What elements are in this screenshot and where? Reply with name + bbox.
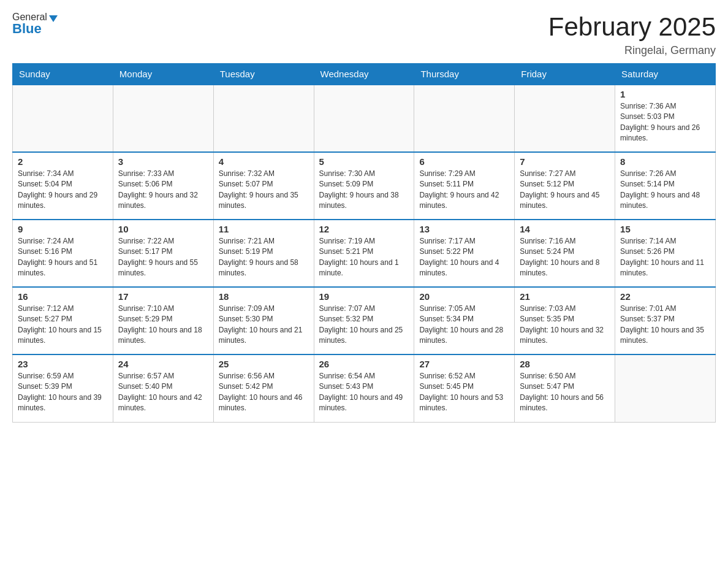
day-number: 2	[18, 156, 108, 167]
logo-blue-text: Blue	[12, 22, 58, 36]
calendar-cell: 24Sunrise: 6:57 AMSunset: 5:40 PMDayligh…	[113, 354, 213, 422]
day-info: Sunrise: 6:59 AMSunset: 5:39 PMDaylight:…	[18, 371, 108, 414]
day-info: Sunrise: 7:10 AMSunset: 5:29 PMDaylight:…	[118, 304, 208, 347]
day-number: 24	[118, 359, 208, 369]
weekday-header-thursday: Thursday	[414, 64, 515, 85]
day-number: 23	[18, 359, 108, 369]
day-number: 26	[319, 359, 409, 369]
logo: General Blue	[12, 12, 58, 36]
day-info: Sunrise: 7:26 AMSunset: 5:14 PMDaylight:…	[620, 169, 710, 212]
day-info: Sunrise: 7:12 AMSunset: 5:27 PMDaylight:…	[18, 304, 108, 347]
day-number: 6	[419, 156, 509, 167]
calendar-table: SundayMondayTuesdayWednesdayThursdayFrid…	[12, 63, 716, 423]
day-number: 8	[620, 156, 710, 167]
calendar-cell	[414, 85, 515, 152]
day-info: Sunrise: 7:27 AMSunset: 5:12 PMDaylight:…	[520, 169, 610, 212]
calendar-cell	[213, 85, 314, 152]
week-row-1: 1Sunrise: 7:36 AMSunset: 5:03 PMDaylight…	[13, 85, 716, 152]
day-info: Sunrise: 7:03 AMSunset: 5:35 PMDaylight:…	[520, 304, 610, 347]
day-info: Sunrise: 7:22 AMSunset: 5:17 PMDaylight:…	[118, 236, 208, 279]
calendar-cell: 1Sunrise: 7:36 AMSunset: 5:03 PMDaylight…	[615, 85, 716, 152]
calendar-cell: 23Sunrise: 6:59 AMSunset: 5:39 PMDayligh…	[13, 354, 113, 422]
day-info: Sunrise: 7:09 AMSunset: 5:30 PMDaylight:…	[219, 304, 309, 347]
calendar-cell: 5Sunrise: 7:30 AMSunset: 5:09 PMDaylight…	[314, 152, 414, 220]
calendar-cell: 15Sunrise: 7:14 AMSunset: 5:26 PMDayligh…	[615, 220, 716, 287]
day-number: 14	[520, 224, 610, 234]
calendar-cell: 28Sunrise: 6:50 AMSunset: 5:47 PMDayligh…	[515, 354, 615, 422]
day-info: Sunrise: 6:50 AMSunset: 5:47 PMDaylight:…	[520, 371, 610, 414]
week-row-4: 16Sunrise: 7:12 AMSunset: 5:27 PMDayligh…	[13, 287, 716, 354]
day-info: Sunrise: 7:30 AMSunset: 5:09 PMDaylight:…	[319, 169, 409, 212]
logo-triangle-icon	[49, 15, 58, 22]
day-number: 18	[219, 291, 309, 302]
day-number: 4	[219, 156, 309, 167]
calendar-cell: 8Sunrise: 7:26 AMSunset: 5:14 PMDaylight…	[615, 152, 716, 220]
day-info: Sunrise: 7:24 AMSunset: 5:16 PMDaylight:…	[18, 236, 108, 279]
calendar-cell: 10Sunrise: 7:22 AMSunset: 5:17 PMDayligh…	[113, 220, 213, 287]
calendar-cell	[113, 85, 213, 152]
day-number: 12	[319, 224, 409, 234]
day-info: Sunrise: 7:16 AMSunset: 5:24 PMDaylight:…	[520, 236, 610, 279]
calendar-cell	[515, 85, 615, 152]
day-info: Sunrise: 7:34 AMSunset: 5:04 PMDaylight:…	[18, 169, 108, 212]
week-row-5: 23Sunrise: 6:59 AMSunset: 5:39 PMDayligh…	[13, 354, 716, 422]
calendar-cell: 4Sunrise: 7:32 AMSunset: 5:07 PMDaylight…	[213, 152, 314, 220]
day-number: 16	[18, 291, 108, 302]
day-info: Sunrise: 7:01 AMSunset: 5:37 PMDaylight:…	[620, 304, 710, 347]
day-info: Sunrise: 7:14 AMSunset: 5:26 PMDaylight:…	[620, 236, 710, 279]
calendar-cell: 26Sunrise: 6:54 AMSunset: 5:43 PMDayligh…	[314, 354, 414, 422]
calendar-cell: 7Sunrise: 7:27 AMSunset: 5:12 PMDaylight…	[515, 152, 615, 220]
day-number: 21	[520, 291, 610, 302]
day-number: 15	[620, 224, 710, 234]
calendar-cell: 16Sunrise: 7:12 AMSunset: 5:27 PMDayligh…	[13, 287, 113, 354]
weekday-header-friday: Friday	[515, 64, 615, 85]
page-header: General Blue February 2025 Ringelai, Ger…	[12, 12, 716, 57]
calendar-cell	[615, 354, 716, 422]
day-number: 1	[620, 89, 710, 99]
day-info: Sunrise: 6:52 AMSunset: 5:45 PMDaylight:…	[419, 371, 509, 414]
calendar-cell: 14Sunrise: 7:16 AMSunset: 5:24 PMDayligh…	[515, 220, 615, 287]
calendar-cell: 11Sunrise: 7:21 AMSunset: 5:19 PMDayligh…	[213, 220, 314, 287]
calendar-cell: 9Sunrise: 7:24 AMSunset: 5:16 PMDaylight…	[13, 220, 113, 287]
location: Ringelai, Germany	[548, 44, 716, 57]
week-row-3: 9Sunrise: 7:24 AMSunset: 5:16 PMDaylight…	[13, 220, 716, 287]
day-info: Sunrise: 6:57 AMSunset: 5:40 PMDaylight:…	[118, 371, 208, 414]
calendar-cell: 13Sunrise: 7:17 AMSunset: 5:22 PMDayligh…	[414, 220, 515, 287]
day-info: Sunrise: 7:32 AMSunset: 5:07 PMDaylight:…	[219, 169, 309, 212]
day-number: 25	[219, 359, 309, 369]
calendar-cell: 21Sunrise: 7:03 AMSunset: 5:35 PMDayligh…	[515, 287, 615, 354]
calendar-cell	[13, 85, 113, 152]
calendar-cell: 27Sunrise: 6:52 AMSunset: 5:45 PMDayligh…	[414, 354, 515, 422]
calendar-cell: 12Sunrise: 7:19 AMSunset: 5:21 PMDayligh…	[314, 220, 414, 287]
day-number: 11	[219, 224, 309, 234]
calendar-cell: 20Sunrise: 7:05 AMSunset: 5:34 PMDayligh…	[414, 287, 515, 354]
day-info: Sunrise: 6:56 AMSunset: 5:42 PMDaylight:…	[219, 371, 309, 414]
day-info: Sunrise: 7:19 AMSunset: 5:21 PMDaylight:…	[319, 236, 409, 279]
logo-text: General Blue	[12, 12, 58, 36]
day-number: 17	[118, 291, 208, 302]
calendar-cell: 17Sunrise: 7:10 AMSunset: 5:29 PMDayligh…	[113, 287, 213, 354]
calendar-cell: 22Sunrise: 7:01 AMSunset: 5:37 PMDayligh…	[615, 287, 716, 354]
calendar-cell: 6Sunrise: 7:29 AMSunset: 5:11 PMDaylight…	[414, 152, 515, 220]
day-number: 3	[118, 156, 208, 167]
day-number: 7	[520, 156, 610, 167]
day-info: Sunrise: 7:29 AMSunset: 5:11 PMDaylight:…	[419, 169, 509, 212]
day-info: Sunrise: 7:33 AMSunset: 5:06 PMDaylight:…	[118, 169, 208, 212]
calendar-cell: 25Sunrise: 6:56 AMSunset: 5:42 PMDayligh…	[213, 354, 314, 422]
day-info: Sunrise: 7:36 AMSunset: 5:03 PMDaylight:…	[620, 101, 710, 144]
weekday-header-monday: Monday	[113, 64, 213, 85]
day-info: Sunrise: 7:05 AMSunset: 5:34 PMDaylight:…	[419, 304, 509, 347]
day-info: Sunrise: 7:17 AMSunset: 5:22 PMDaylight:…	[419, 236, 509, 279]
month-title: February 2025	[548, 12, 716, 42]
day-number: 13	[419, 224, 509, 234]
calendar-header: SundayMondayTuesdayWednesdayThursdayFrid…	[13, 64, 716, 85]
title-block: February 2025 Ringelai, Germany	[548, 12, 716, 57]
calendar-cell: 18Sunrise: 7:09 AMSunset: 5:30 PMDayligh…	[213, 287, 314, 354]
day-number: 5	[319, 156, 409, 167]
calendar-cell: 19Sunrise: 7:07 AMSunset: 5:32 PMDayligh…	[314, 287, 414, 354]
day-number: 9	[18, 224, 108, 234]
weekday-header-wednesday: Wednesday	[314, 64, 414, 85]
weekday-header-tuesday: Tuesday	[213, 64, 314, 85]
day-number: 22	[620, 291, 710, 302]
week-row-2: 2Sunrise: 7:34 AMSunset: 5:04 PMDaylight…	[13, 152, 716, 220]
